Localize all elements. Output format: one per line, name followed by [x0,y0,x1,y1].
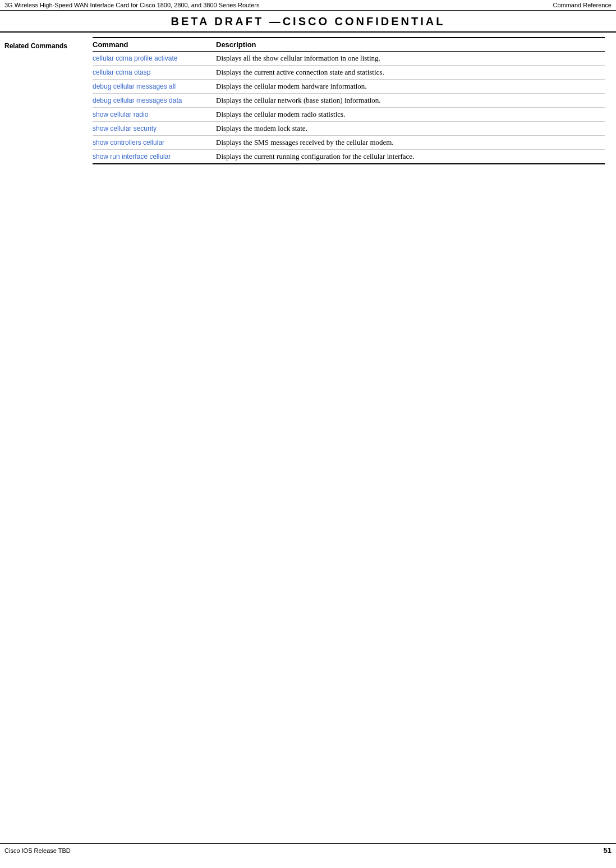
top-header-title: 3G Wireless High-Speed WAN Interface Car… [4,2,259,8]
table-cell-command[interactable]: show cellular security [93,122,216,136]
column-header-description: Description [216,38,605,52]
footer-left: Cisco IOS Release TBD [4,847,71,854]
command-link[interactable]: debug cellular messages data [93,97,182,104]
top-header-right: Command Reference [553,2,612,8]
command-link[interactable]: show run interface cellular [93,153,171,160]
column-header-command: Command [93,38,216,52]
table-cell-command[interactable]: cellular cdma profile activate [93,52,216,66]
table-row: debug cellular messages dataDisplays the… [93,94,605,108]
table-cell-command[interactable]: show run interface cellular [93,150,216,164]
footer: Cisco IOS Release TBD 51 [0,843,616,857]
table-row: cellular cdma otaspDisplays the current … [93,66,605,80]
table-cell-description: Displays the cellular network (base stat… [216,94,605,108]
table-cell-description: Displays the current running configurati… [216,150,605,164]
table-row: show cellular radioDisplays the cellular… [93,108,605,122]
command-link[interactable]: debug cellular messages all [93,82,176,90]
table-cell-description: Displays the current active connection s… [216,66,605,80]
table-cell-command[interactable]: cellular cdma otasp [93,66,216,80]
table-header-row: Command Description [93,38,605,52]
command-link[interactable]: cellular cdma otasp [93,68,150,76]
table-cell-description: Displays the cellular modem radio statis… [216,108,605,122]
sidebar-label: Related Commands [4,42,67,50]
table-row: show controllers cellularDisplays the SM… [93,136,605,150]
table-cell-command[interactable]: show controllers cellular [93,136,216,150]
top-header: 3G Wireless High-Speed WAN Interface Car… [0,0,616,11]
table-row: debug cellular messages allDisplays the … [93,80,605,94]
table-cell-command[interactable]: show cellular radio [93,108,216,122]
watermark-bar: BETA DRAFT —CISCO CONFIDENTIAL [0,11,616,33]
table-area: Command Description cellular cdma profil… [87,33,616,164]
table-row: show cellular securityDisplays the modem… [93,122,605,136]
table-cell-description: Displays all the show cellular informati… [216,52,605,66]
command-link[interactable]: cellular cdma profile activate [93,54,177,62]
table-row: show run interface cellularDisplays the … [93,150,605,164]
table-cell-description: Displays the cellular modem hardware inf… [216,80,605,94]
sidebar: Related Commands [0,33,87,164]
table-row: cellular cdma profile activateDisplays a… [93,52,605,66]
commands-table: Command Description cellular cdma profil… [93,37,605,164]
table-cell-command[interactable]: debug cellular messages all [93,80,216,94]
main-content: Related Commands Command Description cel… [0,33,616,164]
table-cell-description: Displays the modem lock state. [216,122,605,136]
footer-page-number: 51 [604,846,612,855]
watermark-text: BETA DRAFT —CISCO CONFIDENTIAL [171,15,445,27]
command-link[interactable]: show cellular security [93,125,157,132]
table-cell-description: Displays the SMS messages received by th… [216,136,605,150]
command-link[interactable]: show cellular radio [93,111,148,118]
table-cell-command[interactable]: debug cellular messages data [93,94,216,108]
command-link[interactable]: show controllers cellular [93,139,164,146]
